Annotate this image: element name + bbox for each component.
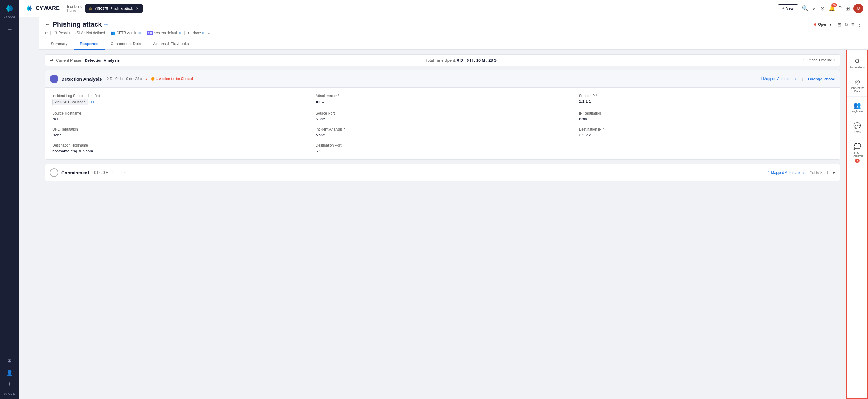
apps-icon[interactable]: ⊞: [845, 5, 850, 12]
phase-banner: ⇌ Current Phase: Detection Analysis Tota…: [45, 54, 840, 66]
help-icon[interactable]: ?: [839, 5, 842, 11]
containment-chevron-icon[interactable]: ▾: [833, 170, 835, 176]
header-actions: Open ▾ ⊟ ↻ ≡ ⋮: [811, 21, 862, 28]
containment-time: · 0 D : 0 H : 0 m : 0 s: [92, 171, 125, 175]
top-nav: CYWARE Incidents Home ⚠ #INC375 Phishing…: [19, 0, 868, 17]
containment-circle: [50, 168, 58, 177]
containment-right: 1 Mapped Automations Yet to Start ▾: [768, 170, 835, 176]
dest-port-label: Destination Port: [315, 143, 569, 148]
form-field-attack-vector: Attack Vector * Email: [315, 94, 569, 105]
clock-timeline-icon: ⏱: [802, 58, 806, 62]
playbooks-label: Playbooks: [851, 110, 864, 113]
tag-edit-icon[interactable]: ✏: [202, 31, 205, 35]
sla-value: Not defined: [87, 31, 105, 35]
attack-vector-value: Email: [315, 99, 569, 104]
containment-card: Containment · 0 D : 0 H : 0 m : 0 s 1 Ma…: [45, 164, 840, 181]
layout-icon[interactable]: ⊟: [837, 22, 841, 28]
clock-icon[interactable]: ⊙: [820, 5, 825, 12]
detection-analysis-card: Detection Analysis · 0 D : 0 H : 10 m : …: [45, 70, 840, 160]
input-required-badge: 0: [855, 159, 860, 163]
detection-phase-name: Detection Analysis: [61, 76, 102, 82]
svg-marker-3: [28, 5, 32, 11]
phase-timeline-btn[interactable]: ⏱ Phase Timeline ▾: [802, 58, 835, 62]
sidebar-menu-icon[interactable]: ☰: [7, 28, 12, 35]
cyware-logo: CYWARE: [24, 4, 60, 13]
header-sep: |: [802, 77, 803, 81]
form-field-source-ip: Source IP * 1.1.1.1: [579, 94, 833, 105]
system-value: system.default: [154, 31, 178, 35]
time-spent-value: 0 D : 0 H : 10 M : 28 S: [457, 58, 497, 63]
form-field-source-hostname: Source Hostname None: [52, 111, 306, 121]
status-badge[interactable]: Open ▾: [811, 21, 834, 28]
input-required-icon: 💭: [854, 143, 861, 150]
user-avatar[interactable]: U: [854, 4, 863, 13]
log-source-tag: Anti-APT Solutions: [52, 99, 88, 105]
sidebar-users-icon[interactable]: 👤: [6, 369, 13, 376]
mapped-automations-link[interactable]: 1 Mapped Automations: [760, 77, 797, 81]
status-dot: [814, 23, 816, 26]
change-phase-button[interactable]: Change Phase: [808, 77, 835, 81]
incident-analysis-value: None: [315, 133, 569, 137]
detection-analysis-form: Incident Log Source Identified Anti-APT …: [45, 88, 840, 159]
logo-text: CYWARE: [36, 5, 60, 11]
system-edit-icon[interactable]: ✏: [179, 31, 182, 35]
sidebar-star-icon[interactable]: ✦: [7, 381, 12, 388]
new-button[interactable]: + New: [778, 4, 798, 12]
playbooks-icon: 👥: [854, 101, 861, 109]
title-edit-icon[interactable]: ✏: [104, 22, 108, 27]
incident-tab-close-icon[interactable]: ✕: [135, 6, 139, 11]
url-reputation-value: None: [52, 133, 306, 137]
notes-label: Notes: [854, 130, 861, 134]
incident-tab-id: #INC375: [95, 7, 108, 10]
alert-icon: ⬥: [145, 77, 147, 81]
form-field-url-reputation: URL Reputation None: [52, 127, 306, 137]
attack-vector-label: Attack Vector *: [315, 94, 569, 98]
tab-connect-the-dots[interactable]: Connect the Dots: [104, 38, 147, 50]
tag-meta: 🏷 None ✏: [187, 31, 205, 35]
input-required-label: Input Required: [849, 151, 866, 158]
incident-tab[interactable]: ⚠ #INC375 Phishing attack ✕: [85, 4, 143, 13]
current-phase-value: Detection Analysis: [85, 58, 120, 63]
comment-meta-icon: ↩: [45, 31, 48, 35]
containment-automations-link[interactable]: 1 Mapped Automations: [768, 171, 805, 175]
sidebar-widget-icon[interactable]: ⊞: [7, 358, 12, 365]
main-panel: ⇌ Current Phase: Detection Analysis Tota…: [39, 50, 846, 399]
automations-icon: ⚙: [855, 57, 860, 65]
more-options-icon[interactable]: ⋮: [857, 22, 862, 28]
yet-to-start-label: Yet to Start: [810, 171, 828, 175]
form-field-dest-port: Destination Port 67: [315, 143, 569, 153]
checkmark-icon[interactable]: ✓: [812, 5, 817, 12]
incident-tab-warning-icon: ⚠: [89, 6, 92, 10]
app-logo: [2, 4, 17, 13]
users-meta-icon: 👥: [111, 31, 115, 35]
sla-label: Resolution SLA :: [58, 31, 85, 35]
nav-sep-1: [63, 4, 63, 13]
assignee-value: CFTR Admin: [116, 31, 137, 35]
panel-automations[interactable]: ⚙ Automations: [847, 54, 867, 73]
current-phase-label: Current Phase:: [56, 58, 82, 63]
panel-playbooks[interactable]: 👥 Playbooks: [847, 98, 867, 117]
panel-notes[interactable]: 💬 Notes: [847, 119, 867, 138]
assignee-edit-icon[interactable]: ✏: [138, 31, 141, 35]
log-source-more[interactable]: +1: [90, 100, 95, 104]
panel-connect-the-dots[interactable]: ◎ Connect the Dots: [847, 74, 867, 97]
list-icon[interactable]: ≡: [851, 22, 854, 27]
containment-name: Containment: [61, 170, 89, 175]
tab-actions-playbooks[interactable]: Actions & Playbooks: [147, 38, 195, 50]
nav-incidents[interactable]: Incidents Home: [67, 4, 82, 12]
incident-title: Phishing attack: [53, 21, 102, 28]
tab-summary[interactable]: Summary: [45, 38, 74, 50]
back-button[interactable]: ←: [45, 22, 50, 28]
refresh-icon[interactable]: ↻: [844, 22, 848, 28]
notifications-icon[interactable]: 🔔 26: [829, 5, 835, 12]
tab-response[interactable]: Response: [74, 38, 104, 50]
right-sidebar: ⚙ Automations ◎ Connect the Dots 👥 Playb…: [846, 50, 868, 399]
source-hostname-value: None: [52, 117, 306, 121]
ip-reputation-value: None: [579, 117, 833, 121]
containment-header: Containment · 0 D : 0 H : 0 m : 0 s 1 Ma…: [45, 164, 840, 181]
incident-tab-name: Phishing attack: [110, 7, 133, 10]
meta-more-icon[interactable]: ⌄: [207, 31, 210, 35]
search-icon[interactable]: 🔍: [802, 5, 808, 12]
tag-icon: 🏷: [187, 31, 191, 35]
panel-input-required[interactable]: 💭 Input Required 0: [847, 139, 867, 166]
